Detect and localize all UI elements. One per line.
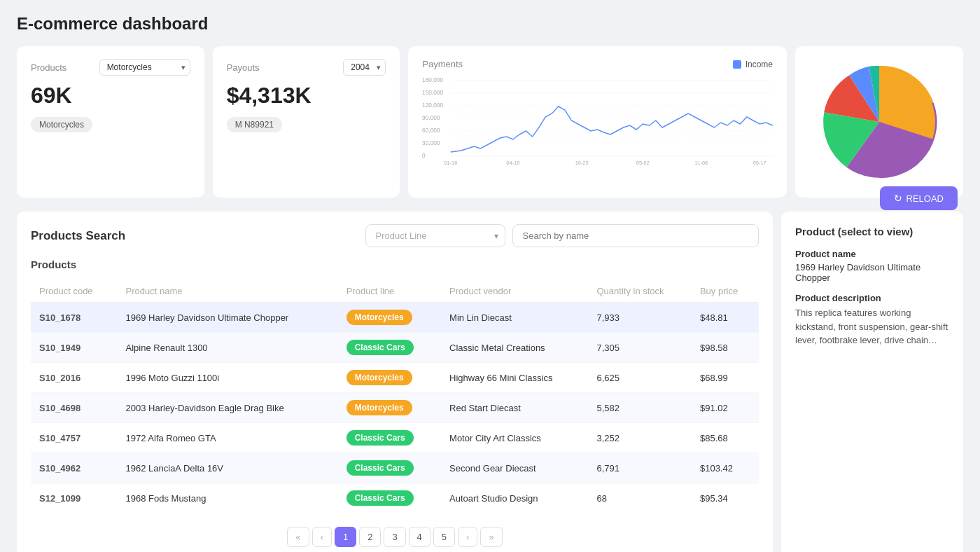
cell-qty: 68 [588, 483, 691, 513]
top-cards: Products Motorcycles Classic Cars Vintag… [17, 46, 963, 198]
table-row[interactable]: S10_2016 1996 Moto Guzzi 1100i Motorcycl… [31, 363, 759, 393]
products-filter-select[interactable]: Motorcycles Classic Cars Vintage Cars Tr… [99, 59, 190, 76]
cell-vendor: Min Lin Diecast [441, 303, 588, 333]
page-next-single-btn[interactable]: › [458, 527, 477, 547]
payouts-card-label: Payouts [227, 62, 260, 73]
payouts-filter-select[interactable]: 2004 2003 2005 [343, 59, 386, 76]
page-5-btn[interactable]: 5 [433, 527, 455, 547]
cell-qty: 3,252 [588, 423, 691, 453]
col-vendor: Product vendor [441, 280, 588, 303]
pie-chart [809, 59, 949, 185]
page-prev-btn[interactable]: « [287, 527, 309, 547]
reload-btn-container: ↻ RELOAD [880, 186, 958, 210]
cell-code: S10_1678 [31, 303, 118, 333]
cell-name: 1969 Harley Davidson Ultimate Chopper [118, 303, 338, 333]
svg-text:180,000: 180,000 [422, 76, 443, 83]
page-prev-single-btn[interactable]: ‹ [312, 527, 332, 547]
products-value: 69K [31, 83, 190, 109]
products-badge: Motorcycles [31, 117, 92, 132]
cell-code: S10_2016 [31, 363, 118, 393]
svg-text:2004: 2004 [637, 165, 649, 166]
table-row[interactable]: S10_4962 1962 LanciaA Delta 16V Classic … [31, 453, 759, 483]
product-line-badge: Motorcycles [346, 400, 412, 415]
left-panel: Products Search Product Line Motorcycles… [17, 212, 773, 552]
cell-price: $98.58 [692, 333, 759, 363]
page-title: E-commerce dashboard [17, 14, 963, 34]
cell-qty: 5,582 [588, 393, 691, 423]
table-row[interactable]: S12_1099 1968 Fods Mustang Classic Cars … [31, 483, 759, 513]
cell-name: 1968 Fods Mustang [118, 483, 338, 513]
cell-vendor: Autoart Studio Design [441, 483, 588, 513]
cell-qty: 6,791 [588, 453, 691, 483]
cell-code: S10_1949 [31, 333, 118, 363]
cell-vendor: Classic Metal Creations [441, 333, 588, 363]
svg-text:90,000: 90,000 [422, 114, 440, 121]
cell-price: $68.99 [692, 363, 759, 393]
cell-vendor: Red Start Diecast [441, 393, 588, 423]
page-2-btn[interactable]: 2 [359, 527, 381, 547]
svg-text:2005: 2005 [754, 165, 765, 166]
page-next-btn[interactable]: » [480, 527, 502, 547]
payouts-id-badge: M N89921 [227, 117, 282, 132]
product-desc-value: This replica features working kickstand,… [795, 306, 949, 347]
cell-code: S10_4698 [31, 393, 118, 423]
search-title: Products Search [31, 229, 125, 243]
pie-chart-card [795, 46, 963, 198]
product-name-value: 1969 Harley Davidson Ultimate Chopper [795, 262, 949, 283]
table-row[interactable]: S10_1949 Alpine Renault 1300 Classic Car… [31, 333, 759, 363]
cell-price: $48.81 [692, 303, 759, 333]
cell-qty: 6,625 [588, 363, 691, 393]
cell-line: Classic Cars [338, 483, 441, 513]
page-3-btn[interactable]: 3 [384, 527, 405, 547]
col-code: Product code [31, 280, 118, 303]
svg-text:2003: 2003 [576, 165, 587, 166]
cell-name: 1962 LanciaA Delta 16V [118, 453, 338, 483]
product-detail-title: Product (select to view) [795, 226, 949, 237]
table-row[interactable]: S10_4757 1972 Alfa Romeo GTA Classic Car… [31, 423, 759, 453]
svg-text:60,000: 60,000 [422, 127, 440, 134]
cell-qty: 7,933 [588, 303, 691, 333]
table-row[interactable]: S10_1678 1969 Harley Davidson Ultimate C… [31, 303, 759, 333]
cell-name: 1996 Moto Guzzi 1100i [118, 363, 338, 393]
svg-text:150,000: 150,000 [422, 89, 443, 96]
payouts-value: $4,313K [227, 83, 386, 109]
product-line-badge: Classic Cars [346, 490, 414, 506]
cell-line: Motorcycles [338, 393, 441, 423]
cell-name: Alpine Renault 1300 [118, 333, 338, 363]
products-filter-wrap: Motorcycles Classic Cars Vintage Cars Tr… [99, 59, 190, 76]
products-card-label: Products [31, 62, 66, 73]
product-line-wrap: Product Line Motorcycles Classic Cars Vi… [365, 224, 505, 247]
reload-button[interactable]: ↻ RELOAD [880, 186, 958, 210]
cell-vendor: Motor City Art Classics [441, 423, 588, 453]
cell-name: 1972 Alfa Romeo GTA [118, 423, 338, 453]
pagination: « ‹ 1 2 3 4 5 › » [31, 527, 759, 547]
cell-vendor: Second Gear Diecast [441, 453, 588, 483]
svg-text:120,000: 120,000 [422, 102, 443, 109]
main-content: Products Search Product Line Motorcycles… [17, 212, 963, 552]
cell-vendor: Highway 66 Mini Classics [441, 363, 588, 393]
right-panel: Product (select to view) Product name 19… [781, 212, 963, 552]
product-line-badge: Motorcycles [346, 310, 412, 325]
income-legend-dot [733, 60, 741, 69]
cell-name: 2003 Harley-Davidson Eagle Drag Bike [118, 393, 338, 423]
income-legend-label: Income [746, 60, 773, 69]
cell-price: $95.34 [692, 483, 759, 513]
cell-line: Classic Cars [338, 423, 441, 453]
page-4-btn[interactable]: 4 [409, 527, 430, 547]
payments-label: Payments [422, 59, 463, 69]
product-line-select[interactable]: Product Line Motorcycles Classic Cars Vi… [365, 224, 505, 247]
reload-icon: ↻ [894, 193, 902, 204]
page-1-btn[interactable]: 1 [335, 527, 356, 547]
product-desc-label: Product description [795, 293, 949, 303]
cell-code: S10_4962 [31, 453, 118, 483]
search-name-input[interactable] [512, 224, 759, 247]
cell-price: $91.02 [692, 393, 759, 423]
table-row[interactable]: S10_4698 2003 Harley-Davidson Eagle Drag… [31, 393, 759, 423]
svg-text:2003: 2003 [445, 165, 456, 166]
cell-line: Motorcycles [338, 363, 441, 393]
cell-qty: 7,305 [588, 333, 691, 363]
payments-card: Payments Income 180,000 150,000 120,000 … [408, 46, 787, 198]
cell-price: $85.68 [692, 423, 759, 453]
cell-code: S12_1099 [31, 483, 118, 513]
cell-line: Classic Cars [338, 333, 441, 363]
